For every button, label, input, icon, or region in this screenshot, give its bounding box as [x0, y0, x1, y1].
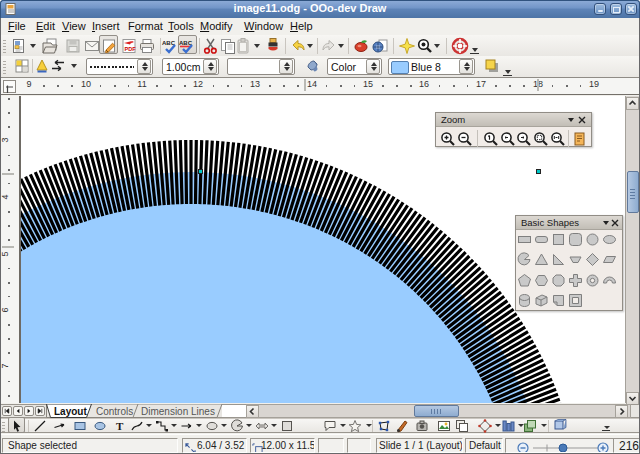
svg-text:Layout: Layout: [54, 406, 87, 417]
svg-text:Dimension Lines: Dimension Lines: [141, 406, 215, 417]
svg-text:Controls: Controls: [96, 406, 133, 417]
svg-text:T: T: [116, 420, 124, 432]
svg-text:PDF: PDF: [125, 46, 137, 52]
